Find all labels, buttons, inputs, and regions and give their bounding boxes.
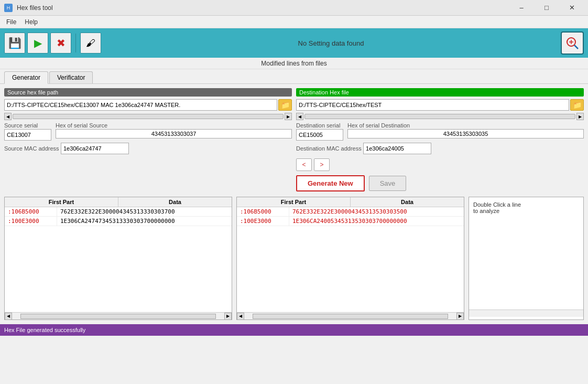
status-text: Hex File generated successfully [4, 327, 85, 333]
dest-table-scroll-right[interactable]: ▶ [456, 313, 464, 320]
source-hex-serial-field: Hex of serial Source [56, 122, 292, 138]
action-buttons-row: Generate New Save [296, 175, 584, 191]
modified-text: Modified lines from files [261, 60, 326, 67]
dest-scroll-bar[interactable] [304, 114, 575, 119]
source-row2-part: :100E3000 [5, 217, 57, 226]
dest-scroll-left[interactable]: ◀ [296, 113, 303, 120]
file-paths-row: Source hex file path 📁 ◀ ▶ Source serial… [4, 88, 584, 191]
source-column: Source hex file path 📁 ◀ ▶ Source serial… [4, 88, 292, 191]
nav-arrows: < > [296, 158, 584, 171]
dest-serial-input[interactable] [296, 129, 343, 141]
dest-row2-data: 1E306CA24005345313530303700000000 [289, 217, 464, 226]
dest-table-scroll-track[interactable] [253, 314, 448, 319]
dest-hex-serial-field: Hex of serial Destination [347, 122, 584, 138]
dest-col1-header: First Part [237, 197, 351, 207]
menu-bar: File Help [0, 16, 588, 28]
clear-button[interactable]: 🖌 [80, 33, 101, 54]
minimize-button[interactable]: – [509, 0, 533, 16]
main-content: Source hex file path 📁 ◀ ▶ Source serial… [0, 84, 588, 324]
source-scroll-bar[interactable] [13, 114, 284, 119]
close-button[interactable]: ✕ [560, 0, 584, 16]
app-icon: H [4, 4, 13, 12]
dest-table-scrollbar: ◀ ▶ [237, 312, 464, 319]
source-col1-header: First Part [5, 197, 118, 207]
source-hex-serial-input[interactable] [56, 129, 292, 138]
tab-generator[interactable]: Generator [4, 71, 48, 84]
tab-verificator[interactable]: Verificator [49, 71, 93, 83]
search-icon [565, 36, 580, 50]
prev-button[interactable]: < [296, 158, 312, 171]
data-tables-row: First Part Data :106B5000 762E332E322E30… [4, 197, 584, 320]
dest-hex-serial-input[interactable] [347, 129, 584, 138]
source-col2-header: Data [118, 197, 232, 207]
analyze-panel: Double Click a lineto analyze [469, 197, 584, 320]
source-table-scroll-track[interactable] [20, 314, 216, 319]
dest-table-body[interactable]: :106B5000 762E332E322E300004345313530303… [237, 207, 464, 312]
toolbar-separator [75, 34, 76, 52]
analyze-body: Double Click a lineto analyze [469, 197, 583, 310]
dest-data-table: First Part Data :106B5000 762E332E322E30… [236, 197, 464, 320]
table-row[interactable]: :100E3000 1E306CA24005345313530303700000… [237, 217, 464, 226]
modified-bar: Modified lines from files [0, 58, 588, 69]
source-hex-serial-label: Hex of serial Source [56, 122, 292, 129]
dest-table-scroll-left[interactable]: ◀ [237, 313, 244, 320]
tabs-bar: Generator Verificator [0, 69, 588, 84]
destination-column: Destination Hex file 📁 ◀ ▶ Destination s… [296, 88, 584, 191]
table-row[interactable]: :106B5000 762E332E322E300004345313530303… [237, 207, 464, 217]
dest-serial-field: Destination serial [296, 122, 343, 141]
source-path-input[interactable] [4, 99, 277, 111]
stop-button[interactable]: ✖ [50, 33, 71, 54]
source-table-scroll-left[interactable]: ◀ [5, 313, 12, 320]
dest-table-header: First Part Data [237, 197, 464, 207]
next-button[interactable]: > [314, 158, 330, 171]
source-serial-input[interactable] [4, 129, 51, 141]
source-folder-button[interactable]: 📁 [278, 99, 292, 111]
window-controls: – □ ✕ [509, 0, 584, 16]
source-table-body[interactable]: :106B5000 762E332E322E300004345313330303… [5, 207, 232, 312]
save-file-button[interactable]: Save [369, 176, 407, 191]
table-row[interactable]: :100E3000 1E306CA24747345313330303700000… [5, 217, 232, 226]
dest-scroll-right[interactable]: ▶ [576, 113, 584, 120]
title-bar: H Hex files tool – □ ✕ [0, 0, 588, 16]
source-serial-row: Source serial Hex of serial Source [4, 122, 292, 141]
dest-serial-row: Destination serial Hex of serial Destina… [296, 122, 584, 141]
analyze-text: Double Click a lineto analyze [469, 197, 583, 218]
source-row1-data: 762E332E322E300004345313330303700 [57, 207, 232, 216]
toolbar-status: No Setting data found [103, 39, 559, 47]
source-path-label: Source hex file path [4, 88, 292, 97]
dest-serial-label: Destination serial [296, 122, 343, 129]
source-mac-label: Source MAC address [4, 145, 59, 152]
dest-path-row: 📁 [296, 99, 584, 111]
source-scroll-right[interactable]: ▶ [285, 113, 292, 120]
source-table-scrollbar: ◀ ▶ [5, 312, 232, 319]
source-data-table: First Part Data :106B5000 762E332E322E30… [4, 197, 232, 320]
dest-col2-header: Data [351, 197, 464, 207]
source-table-header: First Part Data [5, 197, 232, 207]
window-title: Hex files tool [17, 4, 53, 12]
source-serial-field: Source serial [4, 122, 51, 141]
table-row[interactable]: :106B5000 762E332E322E300004345313330303… [5, 207, 232, 217]
source-row1-part: :106B5000 [5, 207, 57, 216]
dest-path-input[interactable] [296, 99, 569, 111]
dest-row1-data: 762E332E322E300004345313530303500 [289, 207, 464, 216]
dest-hex-serial-label: Hex of serial Destination [347, 122, 584, 129]
dest-mac-label: Destination MAC address [296, 145, 362, 152]
source-path-row: 📁 [4, 99, 292, 111]
source-table-scroll-right[interactable]: ▶ [224, 313, 232, 320]
dest-row2-part: :100E3000 [237, 217, 289, 226]
dest-folder-button[interactable]: 📁 [570, 99, 584, 111]
run-button[interactable]: ▶ [27, 33, 48, 54]
save-button[interactable]: 💾 [4, 33, 25, 54]
source-mac-input[interactable] [61, 143, 129, 154]
source-mac-field: Source MAC address [4, 143, 292, 154]
menu-file[interactable]: File [2, 17, 20, 27]
toolbar: 💾 ▶ ✖ 🖌 No Setting data found [0, 28, 588, 58]
maximize-button[interactable]: □ [535, 0, 559, 16]
source-scroll-left[interactable]: ◀ [4, 113, 12, 120]
dest-mac-input[interactable] [363, 143, 431, 154]
dest-row1-part: :106B5000 [237, 207, 289, 216]
analyze-scrollbar [469, 310, 583, 317]
menu-help[interactable]: Help [20, 17, 42, 27]
generate-button[interactable]: Generate New [296, 175, 365, 191]
search-button[interactable] [561, 31, 584, 55]
